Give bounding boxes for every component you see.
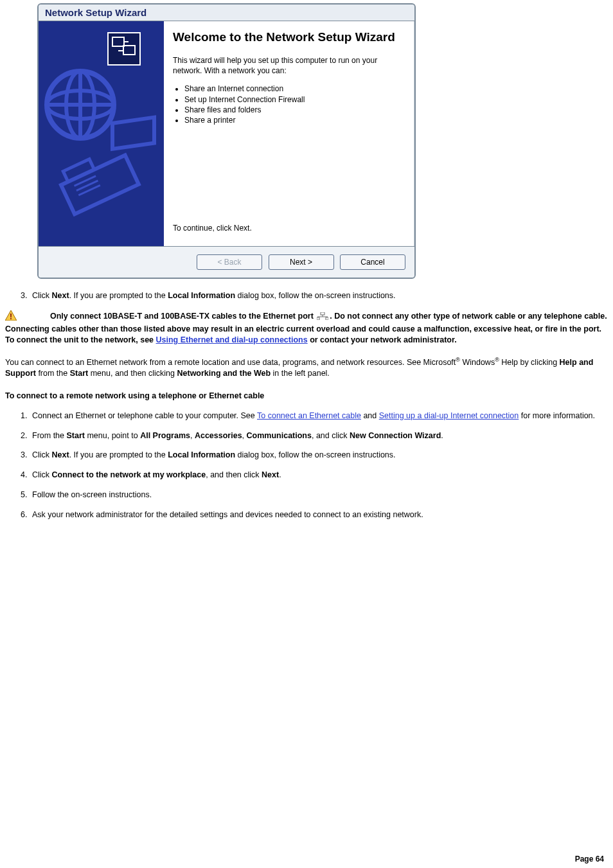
wizard-feature-list: Share an Internet connection Set up Inte…: [173, 84, 403, 125]
connect-ethernet-cable-link[interactable]: To connect an Ethernet cable: [257, 411, 361, 420]
svg-rect-17: [321, 312, 324, 315]
wizard-button-row: < Back Next > Cancel: [39, 246, 414, 278]
network-setup-wizard-dialog: Network Setup Wizard: [37, 3, 416, 279]
list-item: Share a printer: [184, 115, 403, 125]
svg-rect-21: [326, 317, 328, 320]
svg-rect-20: [317, 317, 319, 320]
remote-step-5: Follow the on-screen instructions.: [30, 490, 608, 500]
list-item: Set up Internet Connection Firewall: [184, 94, 403, 105]
warning-icon: !: [5, 310, 17, 324]
wizard-heading: Welcome to the Network Setup Wizard: [173, 30, 403, 45]
warning-block: ! Only connect 10BASE-T and 100BASE-TX c…: [5, 310, 608, 346]
remote-step-2: From the Start menu, point to All Progra…: [30, 430, 608, 441]
dialup-connection-link[interactable]: Setting up a dial-up Internet connection: [379, 411, 519, 420]
ethernet-dialup-link[interactable]: Using Ethernet and dial-up connections: [156, 335, 308, 344]
remote-step-1: Connect an Ethernet or telephone cable t…: [30, 411, 608, 421]
remote-step-4: Click Connect to the network at my workp…: [30, 470, 608, 481]
help-paragraph: You can connect to an Ethernet network f…: [5, 356, 608, 379]
list-item: Share an Internet connection: [184, 84, 403, 94]
dialog-title: Network Setup Wizard: [39, 4, 414, 21]
svg-text:!: !: [10, 312, 12, 321]
instruction-step-3: Click Next. If you are prompted to the L…: [30, 290, 608, 301]
section-heading: To connect to a remote network using a t…: [5, 391, 608, 402]
wizard-sidebar-graphic: [39, 21, 164, 246]
ethernet-port-icon: [317, 312, 328, 323]
wizard-intro-text: This wizard will help you set up this co…: [173, 55, 403, 76]
document-body: Click Next. If you are prompted to the L…: [5, 290, 608, 520]
next-button[interactable]: Next >: [269, 254, 334, 270]
remote-step-3: Click Next. If you are prompted to the L…: [30, 450, 608, 461]
cancel-button[interactable]: Cancel: [340, 254, 405, 270]
wizard-main-pane: Welcome to the Network Setup Wizard This…: [164, 21, 414, 246]
wizard-continue-text: To continue, click Next.: [173, 223, 403, 233]
remote-step-6: Ask your network administrator for the d…: [30, 509, 608, 520]
back-button[interactable]: < Back: [197, 254, 262, 270]
list-item: Share files and folders: [184, 105, 403, 115]
